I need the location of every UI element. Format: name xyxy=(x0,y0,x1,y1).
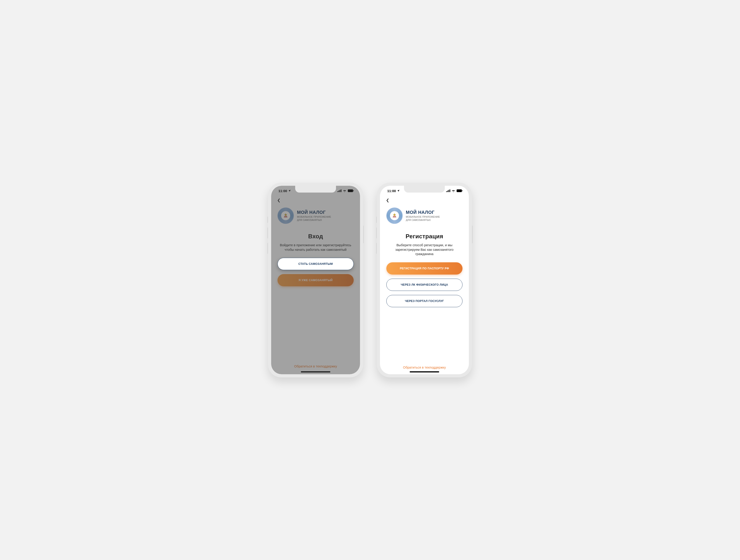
phone-side-buttons-left xyxy=(376,217,377,254)
phone-side-buttons-left xyxy=(267,217,268,254)
app-brand-header: МОЙ НАЛОГ МОБИЛЬНОЕ ПРИЛОЖЕНИЕДЛЯ САМОЗА… xyxy=(380,204,469,226)
svg-rect-0 xyxy=(337,191,338,192)
app-title: МОЙ НАЛОГ xyxy=(406,210,440,215)
cellular-signal-icon xyxy=(446,189,450,192)
already-self-employed-button[interactable]: Я УЖЕ САМОЗАНЯТЫЙ xyxy=(278,274,354,286)
wifi-icon xyxy=(452,189,455,192)
mockup-stage: 11:00 xyxy=(227,172,513,388)
status-time: 11:00 xyxy=(387,189,396,193)
phone-notch xyxy=(404,186,445,193)
wifi-icon xyxy=(343,189,347,192)
battery-icon xyxy=(457,189,462,192)
register-by-passport-button[interactable]: РЕГИСТРАЦИЯ ПО ПАСПОРТУ РФ xyxy=(386,262,462,274)
page-title: Вход xyxy=(271,233,360,240)
phone-side-button-right xyxy=(363,226,364,243)
chevron-left-icon xyxy=(277,198,280,203)
svg-rect-4 xyxy=(348,189,353,192)
svg-rect-7 xyxy=(447,191,448,192)
svg-rect-10 xyxy=(457,189,462,192)
svg-rect-3 xyxy=(341,189,342,192)
register-via-lk-button[interactable]: ЧЕРЕЗ ЛК ФИЗИЧЕСКОГО ЛИЦА xyxy=(386,278,462,291)
svg-rect-8 xyxy=(448,190,449,192)
back-button[interactable] xyxy=(384,197,391,204)
home-indicator xyxy=(301,371,330,372)
cellular-signal-icon xyxy=(337,189,342,192)
app-subtitle: МОБИЛЬНОЕ ПРИЛОЖЕНИЕДЛЯ САМОЗАНЯТЫХ xyxy=(406,215,440,221)
phone-side-button-right xyxy=(472,226,473,243)
app-subtitle: МОБИЛЬНОЕ ПРИЛОЖЕНИЕДЛЯ САМОЗАНЯТЫХ xyxy=(297,215,331,221)
phone-mockup-login: 11:00 xyxy=(268,183,363,377)
contact-support-link[interactable]: Обратиться в техподдержку xyxy=(380,366,469,374)
status-time: 11:00 xyxy=(278,189,287,193)
screen-registration: 11:00 xyxy=(380,186,469,374)
screen-login: 11:00 xyxy=(271,186,360,374)
location-icon xyxy=(397,189,400,192)
app-brand-header: МОЙ НАЛОГ МОБИЛЬНОЕ ПРИЛОЖЕНИЕДЛЯ САМОЗА… xyxy=(271,204,360,226)
phone-mockup-registration: 11:00 xyxy=(377,183,472,377)
phone-notch xyxy=(295,186,336,193)
app-title: МОЙ НАЛОГ xyxy=(297,210,331,215)
back-button[interactable] xyxy=(275,197,282,204)
svg-rect-9 xyxy=(450,189,450,192)
page-description: Войдите в приложение или зарегистрируйте… xyxy=(278,243,353,252)
page-title: Регистрация xyxy=(380,233,469,240)
location-icon xyxy=(288,189,291,192)
fns-emblem-icon xyxy=(386,208,403,224)
become-self-employed-button[interactable]: СТАТЬ САМОЗАНЯТЫМ xyxy=(278,258,354,270)
svg-rect-6 xyxy=(446,191,447,192)
page-description: Выберите способ регистрации, и мы зареги… xyxy=(387,243,462,256)
home-indicator xyxy=(410,371,439,372)
svg-rect-2 xyxy=(340,190,340,192)
register-via-gosuslugi-button[interactable]: ЧЕРЕЗ ПОРТАЛ ГОСУСЛУГ xyxy=(386,295,462,307)
battery-icon xyxy=(348,189,354,192)
svg-rect-11 xyxy=(462,190,462,192)
chevron-left-icon xyxy=(386,198,389,203)
svg-rect-1 xyxy=(339,191,339,192)
svg-rect-5 xyxy=(353,190,354,192)
fns-emblem-icon xyxy=(278,208,294,224)
